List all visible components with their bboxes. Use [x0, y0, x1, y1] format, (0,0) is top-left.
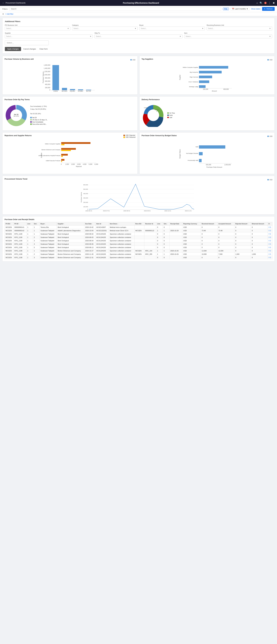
chevron-down-icon: ▼ — [134, 28, 136, 30]
charts-row-1: Purchase Volume by Business unit USD 1,6… — [2, 56, 275, 94]
close-icon[interactable]: ✖ — [273, 2, 275, 4]
detail-link[interactable]: D — [270, 254, 271, 255]
table-row: WCGEN0000000014111Tommy EilsBerd Urologi… — [5, 226, 272, 229]
date-filter[interactable]: 📅 Last 6 months ▼ — [231, 7, 249, 11]
col-receiver-id: Receiver Id ↕ — [144, 222, 156, 226]
col-returned: Returned Amount ↕ — [251, 222, 268, 226]
filter-ship-to-value: Select... — [96, 36, 102, 38]
chevron-down-icon: ▼ — [67, 28, 69, 30]
table-title: Purchase Order and Receipt Details — [4, 218, 272, 220]
detail-link[interactable]: D — [270, 230, 271, 232]
select-placeholder[interactable]: Select _ — [5, 40, 49, 45]
filter-item-value: Select... — [186, 36, 192, 38]
view-link[interactable]: V — [268, 257, 270, 258]
filter-receiving-bu-value: Select... — [208, 28, 214, 30]
svg-rect-63 — [199, 145, 225, 148]
view-link[interactable]: V — [268, 254, 270, 255]
svg-text:B-to-C Solutions: B-to-C Solutions — [189, 81, 198, 82]
col-supplier: Supplier ↕ — [57, 222, 84, 226]
filter-item-select[interactable]: Select... ▼ — [184, 34, 272, 38]
show-dates-button[interactable]: Show dates — [251, 8, 260, 10]
svg-text:0: 0 — [61, 164, 62, 165]
kql-badge[interactable]: KQL — [223, 8, 229, 10]
filter-receiving-bu-label: Receiving Business Unit — [207, 24, 272, 26]
rejections-svg: Supplier Midton Computer Supplies Benton… — [4, 139, 136, 172]
detail-link[interactable]: D — [270, 236, 271, 238]
top-suppliers-title: Top Suppliers — [142, 58, 153, 60]
detail-link[interactable]: D — [270, 226, 271, 228]
detail-link[interactable]: D — [270, 240, 271, 242]
svg-text:400,000: 400,000 — [83, 193, 88, 194]
svg-text:US001: US001 — [54, 90, 58, 92]
home-icon[interactable]: ⌂ — [256, 2, 258, 4]
col-item-descr: Item Descr. ↕ — [109, 222, 134, 226]
budget-legend: USD — [270, 136, 272, 137]
filter-ship-to-select[interactable]: Select... ▼ — [94, 34, 182, 38]
detail-link[interactable]: D — [270, 247, 271, 248]
view-link[interactable]: V — [268, 240, 270, 242]
refresh-button[interactable]: ↻ Refresh — [262, 7, 275, 11]
nav-left: ← Procurement Dashboards — [2, 2, 26, 4]
svg-rect-45 — [61, 150, 71, 151]
budget-status-title: Purchase Order Amount by Budget Status — [142, 134, 177, 136]
search-icon[interactable]: 🔍 — [260, 2, 262, 4]
svg-rect-50 — [61, 159, 64, 161]
col-due-date: Due Date ↕ — [84, 222, 95, 226]
svg-rect-30 — [199, 80, 209, 83]
view-link[interactable]: V — [268, 233, 270, 235]
delivery-title: Delivery Performance — [142, 98, 272, 100]
svg-rect-41 — [61, 142, 90, 144]
view-link[interactable]: V — [268, 230, 270, 232]
filter-supplier-select[interactable]: Select... ▼ — [5, 34, 93, 38]
back-icon: ← — [2, 2, 4, 4]
gear-icon: ⚙ — [2, 13, 4, 15]
svg-text:2,000: 2,000 — [71, 164, 75, 165]
refresh-label: Refresh — [266, 8, 272, 10]
filter-po-bu-label: PO Business Unit — [5, 24, 70, 26]
filter-category-label: Category — [72, 24, 138, 26]
apply-changes-button[interactable]: Apply changes — [5, 47, 21, 51]
table-scroll[interactable]: PO BU ↕ PO ID ↕ Line ↕ Sch. ↕ Buyer ↕ Su… — [4, 222, 272, 259]
view-link[interactable]: V — [268, 250, 270, 252]
svg-rect-28 — [199, 76, 212, 78]
detail-link[interactable]: D — [270, 250, 271, 252]
chevron-down-icon: ▼ — [269, 28, 271, 30]
view-link[interactable]: V — [268, 236, 270, 238]
clear-form-button[interactable]: Clear form — [38, 47, 49, 51]
table-row: WCGEN0000000014211Sudarsani TadipatriAdd… — [5, 229, 272, 232]
col-po-bu: PO BU ↕ — [5, 222, 14, 226]
filter-receiving-bu: Receiving Business Unit Select... ▼ — [207, 24, 272, 30]
svg-text:300,000: 300,000 — [83, 197, 88, 199]
table-row: WCGENKPO_110011Sudarsani TadipatriBerd U… — [5, 232, 272, 236]
svg-rect-32 — [199, 85, 206, 88]
svg-text:600,000: 600,000 — [83, 184, 88, 186]
top-suppliers-legend: USD — [270, 59, 272, 61]
svg-text:1,400,000: 1,400,000 — [44, 68, 50, 69]
view-link[interactable]: V — [268, 226, 270, 228]
filter-buyer-value: Select... — [141, 28, 147, 30]
filter-category-select[interactable]: Select... ▼ — [72, 26, 138, 30]
filter-ship-to-label: Ship To — [94, 32, 182, 34]
rejections-chart: Rejections and Supplier Returns USD: Rej… — [2, 132, 138, 174]
notifications-icon[interactable]: 8 — [264, 2, 266, 4]
pay-terms-title: Purchase Order By Pay Terms — [4, 98, 136, 100]
more-icon[interactable]: ⋮ — [268, 1, 271, 4]
filter-buyer-select[interactable]: Select... ▼ — [140, 26, 205, 30]
back-label[interactable]: Procurement Dashboards — [6, 2, 26, 4]
col-sch: Sch. ↕ — [33, 222, 40, 226]
svg-rect-11 — [62, 88, 67, 90]
cancel-changes-button[interactable]: Cancel changes — [22, 47, 37, 51]
view-link[interactable]: V — [268, 243, 270, 245]
svg-text:Montego Lodge: Montego Lodge — [189, 86, 198, 88]
detail-link[interactable]: D — [270, 233, 271, 235]
filter-ship-to: Ship To Select... ▼ — [94, 32, 182, 38]
filter-po-bu-select[interactable]: Select... ▼ — [5, 26, 70, 30]
add-filter-link[interactable]: + Add filter — [5, 13, 14, 15]
trend-chart: Procurement Volume Trend USD 600,000 500… — [2, 176, 275, 214]
detail-link[interactable]: D — [270, 257, 271, 258]
filter-receiving-bu-select[interactable]: Select... ▼ — [207, 26, 272, 30]
search-input[interactable] — [9, 7, 221, 11]
main-content: Additional Filters PO Business Unit Sele… — [0, 16, 277, 263]
detail-link[interactable]: D — [270, 243, 271, 245]
view-link[interactable]: V — [268, 247, 270, 248]
